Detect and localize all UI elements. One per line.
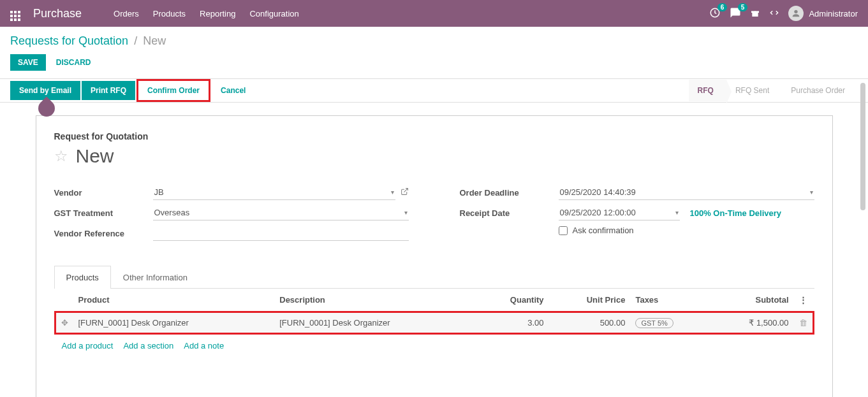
gst-treatment-select[interactable] [153,205,409,220]
tabs: Products Other Information [54,265,814,289]
user-name: Administrator [809,9,858,18]
label-vendor: Vendor [54,188,153,198]
vendor-input[interactable] [153,185,395,200]
nav-orders[interactable]: Orders [114,9,139,18]
stage-rfq[interactable]: RFQ [689,80,726,101]
on-time-delivery-link[interactable]: 100% On-Time Delivery [690,208,782,218]
gift-icon[interactable] [750,8,760,20]
svg-point-4 [795,10,798,13]
nav-products[interactable]: Products [153,9,186,18]
activities-icon[interactable]: 6 [709,7,721,20]
statusbar: Send by Email Print RFQ Confirm Order Ca… [0,78,868,103]
activities-badge: 6 [717,3,728,11]
col-unit-price: Unit Price [549,289,631,312]
drag-handle-icon[interactable]: ✥ [61,318,68,328]
print-rfq-button[interactable]: Print RFQ [82,81,135,100]
tax-pill: GST 5% [635,318,673,328]
col-subtotal: Subtotal [710,289,793,312]
cancel-button[interactable]: Cancel [212,81,254,100]
col-quantity: Quantity [476,289,549,312]
app-title[interactable]: Purchase [33,7,82,20]
form-sheet: Request for Quotation ☆ New Vendor ▾ [36,115,833,397]
breadcrumb-sep: / [134,34,137,47]
col-kebab[interactable]: ⋮ [794,289,814,312]
order-deadline-input[interactable] [559,185,814,200]
stage-purchase-order[interactable]: Purchase Order [782,80,858,101]
user-menu[interactable]: Administrator [788,6,858,21]
topbar: Purchase Orders Products Reporting Confi… [0,0,868,27]
nav-reporting[interactable]: Reporting [200,9,235,18]
stage-tracker: RFQ RFQ Sent Purchase Order [689,80,858,101]
svg-rect-3 [755,11,756,17]
breadcrumb: Requests for Quotation / New [10,34,858,48]
cell-qty[interactable]: 3.00 [476,312,549,334]
favorite-star-icon[interactable]: ☆ [54,147,68,165]
debug-icon[interactable] [769,8,779,20]
apps-icon[interactable] [10,6,20,21]
avatar-icon [788,6,804,21]
col-description: Description [274,289,476,312]
nav-configuration[interactable]: Configuration [249,9,298,18]
add-note-link[interactable]: Add a note [184,341,224,350]
cell-subtotal: ₹ 1,500.00 [710,312,793,334]
form-subtitle: Request for Quotation [54,131,814,141]
topbar-right: 6 5 Administrator [709,6,858,21]
external-link-icon[interactable] [401,187,409,198]
col-taxes: Taxes [630,289,710,312]
delete-row-icon[interactable]: 🗑 [799,318,807,328]
terms-placeholder[interactable]: Define your terms and conditions ... [54,389,814,397]
form-wrap: Request for Quotation ☆ New Vendor ▾ [0,103,868,397]
tab-other-info[interactable]: Other Information [111,266,200,289]
messages-badge: 5 [738,3,748,11]
ask-confirmation-label: Ask confirmation [573,226,634,235]
discard-button[interactable]: Discard [48,54,99,71]
confirm-order-button[interactable]: Confirm Order [136,79,210,102]
order-lines-table: Product Description Quantity Unit Price … [54,289,814,335]
cell-taxes[interactable]: GST 5% [630,312,710,334]
messages-icon[interactable]: 5 [730,7,741,20]
record-title: New [76,145,114,167]
cell-product[interactable]: [FURN_0001] Desk Organizer [73,312,275,334]
breadcrumb-current: New [143,34,166,47]
vendor-ref-input[interactable] [153,226,409,241]
label-receipt: Receipt Date [460,208,559,218]
col-product: Product [73,289,275,312]
breadcrumb-parent[interactable]: Requests for Quotation [10,34,128,47]
view-header: Requests for Quotation / New Save Discar… [0,27,868,71]
stage-rfq-sent[interactable]: RFQ Sent [726,80,782,101]
label-vendor-ref: Vendor Reference [54,229,153,238]
nav-menu: Orders Products Reporting Configuration [114,9,299,18]
receipt-date-input[interactable] [559,205,680,220]
scrollbar-thumb[interactable] [860,83,865,210]
ask-confirmation-checkbox[interactable] [559,226,568,235]
add-product-link[interactable]: Add a product [62,341,114,350]
cell-description[interactable]: [FURN_0001] Desk Organizer [274,312,476,334]
cell-price[interactable]: 500.00 [549,312,631,334]
add-section-link[interactable]: Add a section [123,341,173,350]
order-line-row[interactable]: ✥ [FURN_0001] Desk Organizer [FURN_0001]… [55,312,813,334]
label-deadline: Order Deadline [460,188,559,198]
tab-products[interactable]: Products [54,266,111,289]
label-gst: GST Treatment [54,208,153,218]
save-button[interactable]: Save [10,54,46,71]
